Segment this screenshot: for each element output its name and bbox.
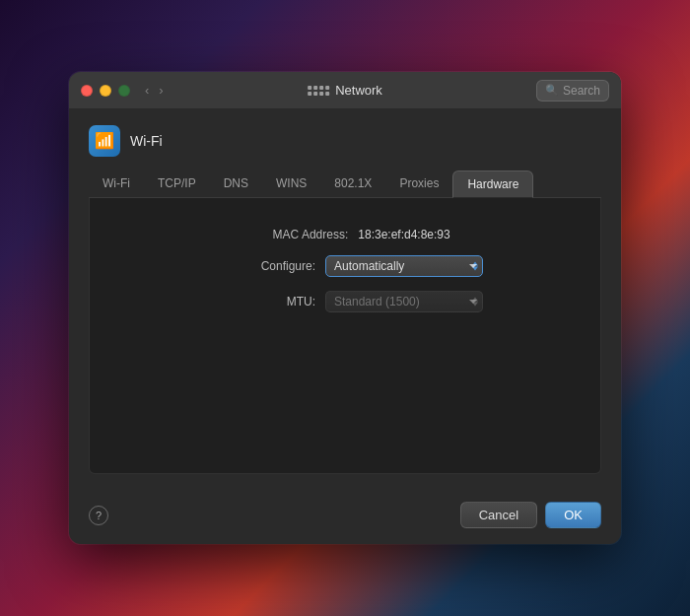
- close-button[interactable]: [81, 85, 93, 97]
- tab-8021x[interactable]: 802.1X: [320, 171, 385, 197]
- ok-button[interactable]: OK: [545, 502, 601, 528]
- wifi-icon: 📶: [89, 125, 120, 157]
- configure-select-wrapper: Automatically Manually: [325, 255, 483, 277]
- nav-buttons: ‹ ›: [142, 81, 167, 100]
- mtu-select[interactable]: Standard (1500) Custom: [325, 291, 483, 312]
- mac-address-value: 18:3e:ef:d4:8e:93: [358, 228, 449, 241]
- search-box[interactable]: 🔍 Search: [536, 80, 609, 102]
- configure-label: Configure:: [207, 259, 315, 273]
- mtu-row: MTU: Standard (1500) Custom: [109, 291, 581, 312]
- tab-wifi[interactable]: Wi-Fi: [89, 171, 144, 197]
- titlebar: ‹ › Network 🔍 Search: [69, 72, 621, 109]
- maximize-button[interactable]: [118, 85, 130, 97]
- footer: ? Cancel OK: [69, 490, 621, 544]
- tab-hardware[interactable]: Hardware: [452, 171, 533, 198]
- configure-row: Configure: Automatically Manually: [109, 255, 581, 277]
- footer-buttons: Cancel OK: [460, 502, 601, 528]
- search-placeholder-text: Search: [563, 84, 600, 98]
- tab-dns[interactable]: DNS: [210, 171, 262, 197]
- forward-arrow-icon[interactable]: ›: [156, 81, 166, 100]
- tab-proxies[interactable]: Proxies: [385, 171, 452, 197]
- mtu-label: MTU:: [207, 295, 315, 308]
- hardware-panel: MAC Address: 18:3e:ef:d4:8e:93 Configure…: [89, 198, 601, 474]
- search-icon: 🔍: [545, 84, 559, 97]
- network-window: ‹ › Network 🔍 Search 📶 Wi-Fi Wi-Fi TCP/I: [69, 72, 621, 544]
- service-header: 📶 Wi-Fi: [89, 125, 601, 157]
- back-arrow-icon[interactable]: ‹: [142, 81, 152, 100]
- grid-icon: [308, 86, 329, 96]
- mtu-select-wrapper: Standard (1500) Custom: [325, 291, 483, 312]
- help-button[interactable]: ?: [89, 506, 108, 525]
- minimize-button[interactable]: [100, 85, 111, 97]
- configure-select[interactable]: Automatically Manually: [325, 255, 483, 277]
- window-title: Network: [308, 83, 382, 98]
- cancel-button[interactable]: Cancel: [460, 502, 537, 528]
- mac-address-label: MAC Address:: [240, 228, 348, 241]
- wifi-symbol-icon: 📶: [95, 133, 114, 149]
- traffic-lights: [81, 85, 130, 97]
- service-name-label: Wi-Fi: [130, 133, 163, 149]
- mac-address-row: MAC Address: 18:3e:ef:d4:8e:93: [109, 228, 581, 241]
- content-area: 📶 Wi-Fi Wi-Fi TCP/IP DNS WINS 802.1X Pro…: [69, 109, 621, 490]
- title-text: Network: [335, 83, 382, 98]
- tabs-bar: Wi-Fi TCP/IP DNS WINS 802.1X Proxies Har…: [89, 171, 601, 198]
- tab-tcpip[interactable]: TCP/IP: [144, 171, 210, 197]
- tab-wins[interactable]: WINS: [262, 171, 320, 197]
